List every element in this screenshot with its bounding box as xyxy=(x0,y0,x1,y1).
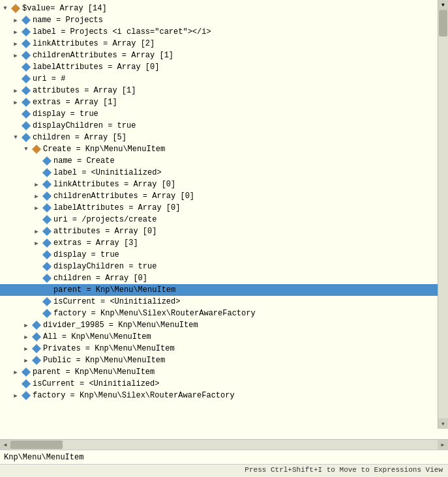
row-text: isCurrent = <Uninitialized> xyxy=(33,378,159,390)
row-text: display = true xyxy=(33,108,98,120)
scroll-right-arrow[interactable]: ▶ xyxy=(438,440,448,450)
scroll-down-arrow[interactable]: ▼ xyxy=(438,418,449,429)
tree-row[interactable]: isCurrent = <Uninitialized> xyxy=(0,296,448,308)
expand-button xyxy=(31,214,42,225)
tree-row[interactable]: displayChildren = true xyxy=(0,120,448,132)
expand-button xyxy=(31,250,42,260)
right-scrollbar[interactable]: ▲ ▼ xyxy=(438,0,448,429)
row-text: label = <Uninitialized> xyxy=(53,167,162,179)
row-text: attributes = Array [1] xyxy=(33,85,136,96)
node-icon xyxy=(42,297,52,306)
expand-button[interactable] xyxy=(10,97,21,108)
tree-row[interactable]: Create = Knp\Menu\MenuItem xyxy=(0,143,448,155)
tree-row[interactable]: extras = Array [1] xyxy=(0,96,448,108)
expand-button[interactable] xyxy=(10,27,21,37)
tree-row[interactable]: attributes = Array [1] xyxy=(0,85,448,96)
node-icon xyxy=(42,227,52,236)
expand-button xyxy=(10,74,21,84)
tree-row[interactable]: display = true xyxy=(0,249,448,261)
tree-row[interactable]: linkAttributes = Array [2] xyxy=(0,38,448,50)
expand-button xyxy=(31,156,42,166)
node-icon xyxy=(22,121,31,130)
tree-row[interactable]: isCurrent = <Uninitialized> xyxy=(0,378,448,390)
tree-row[interactable]: extras = Array [3] xyxy=(0,237,448,249)
tip-text: Press Ctrl+Shift+I to Move to Expression… xyxy=(245,466,443,474)
row-text: $value= Array [14] xyxy=(22,3,107,14)
tree-row[interactable]: linkAttributes = Array [0] xyxy=(0,179,448,190)
node-icon xyxy=(32,321,41,330)
expand-button xyxy=(31,285,42,295)
scrollbar-thumb[interactable] xyxy=(439,10,447,36)
node-icon xyxy=(22,133,31,142)
tree-row[interactable]: children = Array [5] xyxy=(0,132,448,143)
tree-row[interactable]: labelAttributes = Array [0] xyxy=(0,202,448,214)
expand-button[interactable] xyxy=(31,191,42,201)
tree-row[interactable]: factory = Knp\Menu\Silex\RouterAwareFact… xyxy=(0,390,448,401)
tree-scroll-area[interactable]: $value= Array [14]name = Projectslabel =… xyxy=(0,0,448,404)
tree-row[interactable]: parent = Knp\Menu\MenuItem xyxy=(0,366,448,378)
tree-row[interactable]: label = Projects <i class="caret"></i> xyxy=(0,26,448,38)
row-text: divider_19985 = Knp\Menu\MenuItem xyxy=(43,319,198,331)
tree-row[interactable]: label = <Uninitialized> xyxy=(0,167,448,179)
expand-button xyxy=(10,62,21,72)
row-text: attributes = Array [0] xyxy=(53,225,157,237)
expand-button[interactable] xyxy=(31,203,42,213)
tree-row[interactable]: factory = Knp\Menu\Silex\RouterAwareFact… xyxy=(0,308,448,319)
expand-button[interactable] xyxy=(31,179,42,190)
node-icon xyxy=(42,262,52,271)
tree-row[interactable]: Public = Knp\Menu\MenuItem xyxy=(0,354,448,366)
expand-button[interactable] xyxy=(21,355,31,366)
node-icon xyxy=(22,86,31,95)
tree-row[interactable]: Privates = Knp\Menu\MenuItem xyxy=(0,343,448,354)
node-icon xyxy=(42,192,52,201)
expand-button[interactable] xyxy=(10,390,21,401)
expand-button[interactable] xyxy=(10,38,21,49)
row-text: factory = Knp\Menu\Silex\RouterAwareFact… xyxy=(33,390,235,401)
tree-row[interactable]: display = true xyxy=(0,108,448,120)
hscrollbar-thumb[interactable] xyxy=(10,441,63,449)
corner-menu-button[interactable]: ▼ xyxy=(438,0,448,10)
tree-row[interactable]: children = Array [0] xyxy=(0,272,448,284)
expand-button xyxy=(31,273,42,283)
tree-row[interactable]: displayChildren = true xyxy=(0,261,448,272)
expand-button[interactable] xyxy=(10,50,21,61)
row-text: children = Array [5] xyxy=(33,132,127,143)
tree-row[interactable]: uri = # xyxy=(0,73,448,85)
tree-row[interactable]: name = Create xyxy=(0,155,448,167)
row-text: parent = Knp\Menu\MenuItem xyxy=(53,284,175,296)
tree-row[interactable]: divider_19985 = Knp\Menu\MenuItem xyxy=(0,319,448,331)
tree-row[interactable]: childrenAttributes = Array [0] xyxy=(0,190,448,202)
node-icon xyxy=(32,356,41,365)
tree-row[interactable]: labelAttributes = Array [0] xyxy=(0,61,448,73)
expand-button[interactable] xyxy=(21,144,31,154)
expand-button[interactable] xyxy=(10,132,21,143)
tree-row[interactable]: attributes = Array [0] xyxy=(0,225,448,237)
expand-button[interactable] xyxy=(21,343,31,354)
row-text: Create = Knp\Menu\MenuItem xyxy=(43,143,165,155)
node-icon xyxy=(22,368,31,377)
tree-row[interactable]: All = Knp\Menu\MenuItem xyxy=(0,331,448,343)
row-text: childrenAttributes = Array [1] xyxy=(33,50,173,61)
node-icon xyxy=(42,274,52,283)
expand-button[interactable] xyxy=(21,332,31,342)
row-text: label = Projects <i class="caret"></i> xyxy=(33,26,211,38)
scroll-left-arrow[interactable]: ◀ xyxy=(0,440,10,450)
expand-button[interactable] xyxy=(10,15,21,25)
expand-button[interactable] xyxy=(10,85,21,96)
expand-button[interactable] xyxy=(10,367,21,377)
expand-button[interactable] xyxy=(21,320,31,330)
tree-row[interactable]: uri = /projects/create xyxy=(0,214,448,225)
tree-row[interactable]: name = Projects xyxy=(0,14,448,26)
expand-button[interactable] xyxy=(31,226,42,237)
row-text: displayChildren = true xyxy=(33,120,136,132)
row-text: uri = /projects/create xyxy=(53,214,157,225)
expand-button xyxy=(10,109,21,119)
tree-row[interactable]: childrenAttributes = Array [1] xyxy=(0,50,448,61)
node-icon xyxy=(42,203,52,212)
expand-button[interactable] xyxy=(31,238,42,248)
bottom-scrollbar[interactable]: ◀ ▶ xyxy=(0,439,448,450)
row-text: parent = Knp\Menu\MenuItem xyxy=(33,366,155,378)
tree-row[interactable]: parent = Knp\Menu\MenuItem xyxy=(0,284,448,296)
expand-button[interactable] xyxy=(0,3,10,14)
tree-row[interactable]: $value= Array [14] xyxy=(0,3,448,14)
